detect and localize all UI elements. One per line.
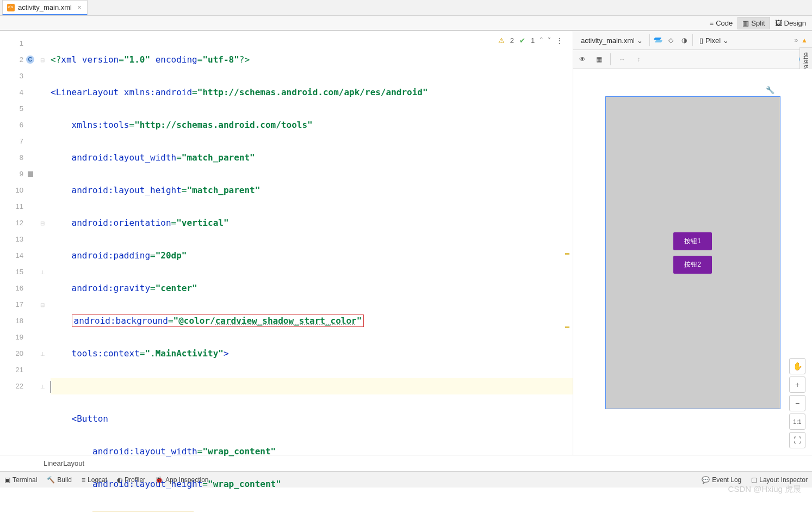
warning-count: 2 bbox=[510, 36, 514, 45]
highlighted-attribute: android:background="@color/cardview_shad… bbox=[72, 314, 364, 327]
layout-icon: ▢ bbox=[751, 476, 757, 484]
design-mode-button[interactable]: 🖼Design bbox=[770, 17, 811, 29]
tab-title: activity_main.xml bbox=[18, 3, 72, 11]
warning-stripe[interactable] bbox=[565, 253, 569, 255]
current-line bbox=[51, 378, 573, 394]
line-number: 6 bbox=[0, 117, 35, 133]
ok-count: 1 bbox=[531, 36, 535, 45]
design-preview-panel: ● Palette ● Component Tree activity_main… bbox=[573, 31, 812, 455]
chevron-down-icon: ⌄ bbox=[637, 36, 643, 45]
line-number: 21 bbox=[0, 362, 35, 378]
line-number: 5 bbox=[0, 101, 35, 117]
line-number: 10 bbox=[0, 182, 35, 199]
preview-button-1[interactable]: 按钮1 bbox=[673, 232, 712, 250]
line-number: 1 bbox=[0, 35, 35, 52]
check-icon: ✔ bbox=[519, 36, 525, 45]
pan-button[interactable]: ✋ bbox=[789, 358, 805, 374]
main-area: 1 2C 3 4 5 6 7 8 9 10 11 12 13 14 15 16 … bbox=[0, 30, 812, 455]
more-icon[interactable]: ⋮ bbox=[556, 36, 563, 45]
grid-icon[interactable]: ▦ bbox=[594, 54, 604, 64]
xml-file-icon bbox=[7, 4, 15, 11]
zoom-reset-button[interactable]: 1:1 bbox=[789, 414, 805, 430]
balloon-icon: 💬 bbox=[702, 476, 710, 484]
watermark-text: CSDN @Hxiug 虎晨 bbox=[728, 484, 801, 495]
warning-icon[interactable]: ▲ bbox=[801, 36, 808, 44]
line-number: 20 bbox=[0, 346, 35, 362]
zoom-controls: ✋ + − 1:1 ⛶ bbox=[789, 358, 805, 448]
chevron-down-icon: ⌄ bbox=[723, 36, 729, 45]
editor-tab-bar: activity_main.xml × bbox=[0, 0, 812, 16]
inspection-widget[interactable]: ⚠2 ✔1 ˆ ˇ ⋮ bbox=[498, 36, 563, 45]
design-toolbar-second: 👁 ▦ ↔ ↕ ? bbox=[573, 50, 812, 69]
arrows-v-icon[interactable]: ↕ bbox=[634, 54, 643, 64]
class-gutter-icon[interactable]: C bbox=[26, 55, 34, 64]
zoom-out-button[interactable]: − bbox=[789, 395, 805, 411]
line-number: 9 bbox=[0, 166, 35, 182]
picture-icon: 🖼 bbox=[775, 19, 782, 27]
preview-button-2[interactable]: 按钮2 bbox=[673, 256, 712, 274]
chevron-right-icon[interactable]: » bbox=[794, 36, 798, 44]
prev-problem-icon[interactable]: ˆ bbox=[540, 36, 542, 45]
line-number: 11 bbox=[0, 199, 35, 215]
warning-icon: ⚠ bbox=[498, 36, 505, 45]
line-number: 7 bbox=[0, 133, 35, 150]
split-icon: ▥ bbox=[742, 19, 749, 27]
view-mode-switcher: ≡Code ▥Split 🖼Design bbox=[0, 16, 812, 30]
device-preview[interactable]: 🔧 按钮1 按钮2 ✋ + − 1:1 ⛶ bbox=[573, 69, 812, 455]
eye-icon[interactable]: 👁 bbox=[578, 54, 587, 64]
line-number: 18 bbox=[0, 313, 35, 329]
line-number: 4 bbox=[0, 84, 35, 101]
line-number: 2C bbox=[0, 52, 35, 68]
split-mode-button[interactable]: ▥Split bbox=[737, 17, 770, 29]
layout-inspector-tool[interactable]: ▢Layout Inspector bbox=[751, 476, 808, 484]
line-number: 17 bbox=[0, 297, 35, 313]
line-number: 13 bbox=[0, 231, 35, 248]
zoom-fit-button[interactable]: ⛶ bbox=[789, 432, 805, 448]
design-toolbar-top: activity_main.xml⌄ ◇ ◑ ▯Pixel⌄ » ▲ bbox=[573, 31, 812, 50]
wrench-icon[interactable]: 🔧 bbox=[766, 86, 774, 94]
line-number: 8 bbox=[0, 150, 35, 166]
line-gutter: 1 2C 3 4 5 6 7 8 9 10 11 12 13 14 15 16 … bbox=[0, 31, 35, 455]
code-editor[interactable]: 1 2C 3 4 5 6 7 8 9 10 11 12 13 14 15 16 … bbox=[0, 31, 573, 455]
arrows-h-icon[interactable]: ↔ bbox=[617, 54, 627, 64]
device-frame: 🔧 按钮1 按钮2 bbox=[605, 96, 780, 409]
line-number: 14 bbox=[0, 248, 35, 264]
hamburger-icon: ≡ bbox=[710, 19, 714, 27]
tab-close-icon[interactable]: × bbox=[77, 3, 82, 11]
orientation-icon[interactable]: ◇ bbox=[666, 35, 676, 45]
line-number: 12 bbox=[0, 215, 35, 231]
surface-dropdown-icon[interactable] bbox=[653, 35, 663, 45]
line-number: 3 bbox=[0, 68, 35, 84]
terminal-icon: ▣ bbox=[4, 476, 10, 484]
zoom-in-button[interactable]: + bbox=[789, 377, 805, 393]
color-gutter-icon[interactable] bbox=[28, 171, 33, 177]
nightmode-icon[interactable]: ◑ bbox=[679, 35, 689, 45]
terminal-tool[interactable]: ▣Terminal bbox=[4, 476, 37, 484]
event-log-tool[interactable]: 💬Event Log bbox=[702, 476, 741, 484]
text-cursor bbox=[51, 381, 51, 393]
warning-stripe[interactable] bbox=[565, 326, 569, 328]
code-mode-button[interactable]: ≡Code bbox=[705, 17, 738, 29]
line-number: 22 bbox=[0, 378, 35, 394]
line-number: 15 bbox=[0, 264, 35, 280]
line-number: 19 bbox=[0, 329, 35, 346]
line-number: 16 bbox=[0, 280, 35, 297]
phone-icon: ▯ bbox=[699, 36, 703, 45]
file-tab[interactable]: activity_main.xml × bbox=[2, 0, 88, 15]
device-dropdown[interactable]: ▯Pixel⌄ bbox=[696, 35, 732, 46]
code-content[interactable]: <?xml version="1.0" encoding="utf-8"?> <… bbox=[35, 31, 573, 455]
next-problem-icon[interactable]: ˇ bbox=[548, 36, 550, 45]
file-dropdown[interactable]: activity_main.xml⌄ bbox=[578, 35, 646, 46]
